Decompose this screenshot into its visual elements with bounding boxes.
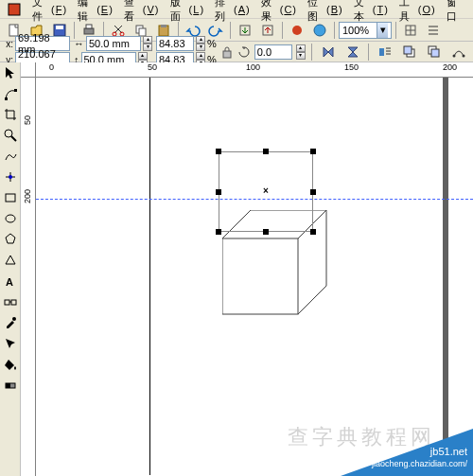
world-icon[interactable]	[309, 21, 330, 40]
svg-rect-5	[86, 25, 92, 28]
spin-up[interactable]: ▴	[138, 52, 148, 60]
svg-rect-41	[222, 238, 298, 314]
canvas-area: 0 50 100 150 200 50 200	[21, 62, 473, 476]
menubar: 文件(F) 编辑(E) 查看(V) 版面(L) 排列(A) 效果(C) 位图(B…	[0, 0, 473, 19]
mirror-v-icon[interactable]	[342, 43, 363, 62]
svg-rect-35	[5, 300, 9, 305]
svg-point-15	[314, 25, 325, 36]
blend-tool[interactable]	[1, 292, 20, 311]
svg-point-14	[292, 26, 302, 35]
to-front-icon[interactable]	[399, 43, 420, 62]
convert-curves-icon[interactable]	[448, 43, 469, 62]
rotation-input[interactable]: 0.0	[254, 44, 292, 60]
zoom-tool[interactable]	[1, 126, 20, 145]
svg-point-38	[12, 317, 16, 321]
svg-rect-28	[14, 89, 17, 92]
property-bar: x:69.198 mm y:210.067 mm ↔50.0 mm▴▾ ↕50.…	[0, 42, 473, 62]
svg-point-25	[453, 54, 456, 57]
horizontal-ruler[interactable]: 0 50 100 150 200	[36, 62, 473, 78]
width-icon: ↔	[74, 38, 84, 49]
scale-x[interactable]: 84.83	[156, 36, 194, 51]
watermark-text: jb51.net jiaocheng.chazidian.com/	[372, 446, 467, 470]
wrap-icon[interactable]	[375, 43, 395, 62]
svg-rect-19	[223, 51, 231, 58]
options-icon[interactable]	[423, 21, 444, 40]
svg-text:A: A	[6, 276, 13, 288]
svg-point-26	[463, 54, 465, 57]
menu-window[interactable]: 窗口	[441, 0, 471, 26]
app-launcher-icon[interactable]	[287, 21, 307, 40]
svg-point-29	[5, 130, 12, 137]
pick-tool[interactable]	[1, 63, 20, 82]
handle-ne[interactable]	[310, 149, 316, 154]
to-back-icon[interactable]	[424, 43, 445, 62]
mirror-h-icon[interactable]	[318, 43, 339, 62]
chevron-down-icon[interactable]: ▾	[377, 23, 388, 38]
text-tool[interactable]: A	[1, 272, 20, 291]
win-icon[interactable]	[2, 1, 26, 18]
import-icon[interactable]	[235, 21, 255, 40]
svg-line-42	[222, 210, 251, 238]
svg-line-30	[11, 136, 16, 141]
ruler-origin[interactable]	[21, 62, 36, 78]
eyedropper-tool[interactable]	[1, 313, 20, 332]
svg-rect-20	[379, 48, 384, 56]
svg-rect-4	[84, 28, 94, 34]
handle-e[interactable]	[310, 189, 316, 195]
selection-center[interactable]: ×	[263, 185, 269, 196]
handle-w[interactable]	[216, 189, 221, 195]
shape-tool[interactable]	[1, 84, 20, 103]
vertical-ruler[interactable]: 50 200	[21, 78, 36, 476]
svg-rect-1	[9, 25, 18, 36]
zoom-level[interactable]: 100%▾	[339, 22, 392, 39]
svg-rect-40	[6, 383, 10, 388]
toolbox: A	[0, 62, 21, 476]
svg-rect-27	[5, 97, 8, 100]
svg-line-44	[298, 286, 326, 314]
rectangle-tool[interactable]	[1, 188, 20, 207]
rotate-icon	[237, 45, 251, 59]
svg-rect-11	[161, 25, 166, 27]
lock-ratio-icon[interactable]	[220, 45, 234, 59]
cube-object[interactable]	[222, 210, 336, 324]
snap-icon[interactable]	[400, 21, 421, 40]
svg-point-31	[9, 175, 12, 179]
freehand-tool[interactable]	[1, 147, 20, 166]
basic-shapes-tool[interactable]	[1, 251, 20, 270]
page-edge	[149, 78, 150, 475]
svg-rect-32	[6, 194, 15, 202]
svg-rect-0	[9, 4, 20, 15]
svg-rect-22	[404, 46, 412, 54]
work-area: A 0 50 100 150 200 50 200	[0, 62, 473, 476]
polygon-tool[interactable]	[1, 230, 20, 249]
guideline[interactable]	[36, 199, 473, 200]
svg-rect-24	[431, 49, 439, 57]
width-input[interactable]: 50.0 mm	[86, 36, 141, 51]
svg-rect-36	[11, 300, 16, 305]
handle-s[interactable]	[263, 229, 269, 235]
interactive-fill-tool[interactable]	[1, 376, 20, 395]
svg-rect-3	[56, 26, 63, 29]
handle-se[interactable]	[310, 229, 316, 235]
handle-nw[interactable]	[216, 149, 221, 154]
svg-point-33	[6, 215, 15, 222]
smart-tool[interactable]	[1, 167, 20, 186]
fill-tool[interactable]	[1, 355, 20, 374]
spin-up[interactable]: ▴	[143, 36, 152, 44]
spin-down[interactable]: ▾	[143, 44, 152, 51]
handle-n[interactable]	[263, 149, 269, 154]
crop-tool[interactable]	[1, 105, 20, 124]
ellipse-tool[interactable]	[1, 209, 20, 228]
canvas[interactable]: ×	[36, 78, 473, 476]
svg-rect-9	[139, 28, 146, 36]
handle-sw[interactable]	[216, 229, 221, 235]
page-shadow	[443, 78, 448, 475]
export-icon[interactable]	[257, 21, 278, 40]
x-label: x:	[4, 39, 13, 49]
outline-tool[interactable]	[1, 334, 20, 353]
